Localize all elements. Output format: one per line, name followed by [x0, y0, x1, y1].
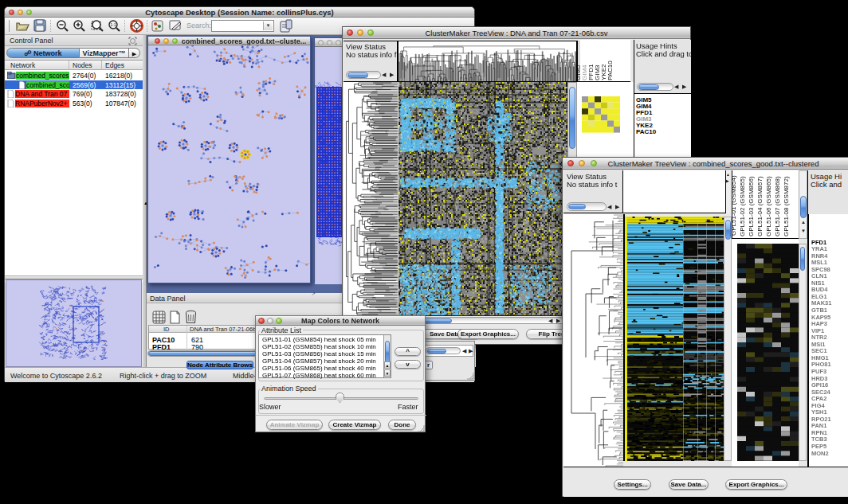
svg-text:1:1: 1:1: [110, 22, 116, 27]
